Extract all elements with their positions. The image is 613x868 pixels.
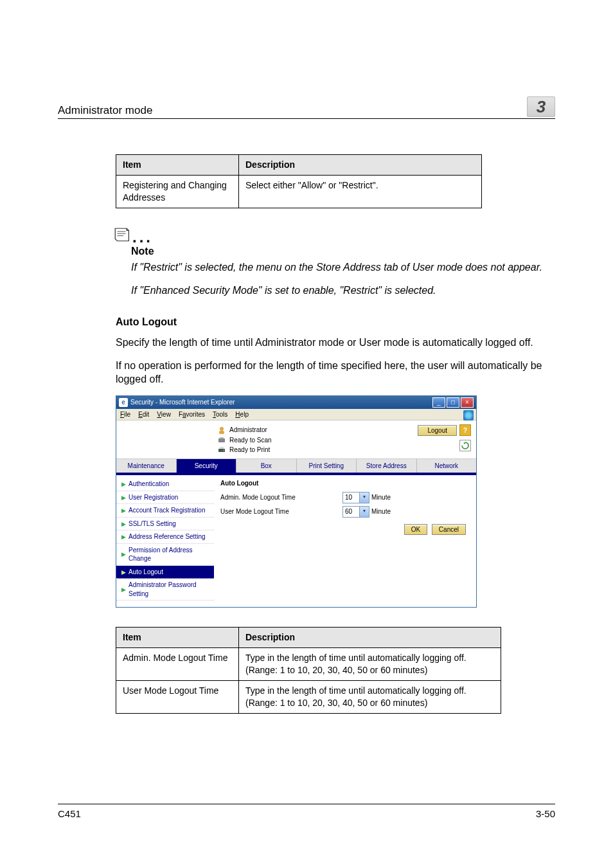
running-header: Administrator mode [58, 104, 152, 117]
chevron-down-icon: ▾ [359, 507, 369, 517]
field-label-user-logout: User Mode Logout Time [220, 507, 342, 516]
table-row: Admin. Mode Logout Time Type in the leng… [116, 648, 501, 681]
tab-security[interactable]: Security [177, 459, 237, 473]
table-row: User Mode Logout Time Type in the length… [116, 681, 501, 714]
table-row: Registering and Changing Addresses Selec… [116, 175, 482, 208]
table-header-description: Description [239, 628, 501, 648]
menu-view[interactable]: View [157, 410, 171, 419]
table-auto-logout-fields: Item Description Admin. Mode Logout Time… [116, 627, 501, 713]
role-label: Administrator [229, 426, 267, 435]
cancel-button[interactable]: Cancel [432, 524, 466, 535]
tab-store-address[interactable]: Store Address [357, 459, 417, 473]
menu-file[interactable]: File [120, 410, 130, 419]
sidebar-item-auto-logout[interactable]: ▶Auto Logout [116, 566, 214, 579]
maximize-button[interactable]: □ [447, 397, 459, 408]
sidebar-item-administrator-password-setting[interactable]: ▶Administrator Password Setting [116, 579, 214, 601]
section-heading: Auto Logout [116, 315, 555, 329]
logout-button[interactable]: Logout [418, 425, 457, 436]
tab-box[interactable]: Box [236, 459, 297, 473]
sidebar-item-address-reference-setting[interactable]: ▶Address Reference Setting [116, 530, 214, 544]
scan-status: Ready to Scan [229, 436, 272, 445]
table-header-item: Item [116, 628, 239, 648]
tab-print-setting[interactable]: Print Setting [297, 459, 357, 473]
sidebar-item-label: Account Track Registration [129, 506, 206, 515]
sidebar-item-label: Administrator Password Setting [129, 581, 210, 598]
unit-label: Minute [371, 493, 391, 502]
footer-page-number: 3-50 [536, 808, 555, 819]
triangle-right-icon: ▶ [121, 520, 126, 528]
close-button[interactable]: × [461, 397, 474, 408]
ie-page-icon: e [119, 398, 128, 407]
table-cell-desc: Select either "Allow" or "Restrict". [239, 175, 482, 208]
table-header-item: Item [116, 155, 239, 176]
sidebar-item-label: Address Reference Setting [129, 532, 206, 541]
minimize-button[interactable]: _ [432, 397, 445, 408]
table-cell-item: User Mode Logout Time [116, 681, 239, 714]
sidebar-item-label: SSL/TLS Setting [129, 520, 176, 529]
note-icon [113, 226, 130, 243]
table-cell-desc: Type in the length of time until automat… [239, 648, 501, 681]
refresh-button[interactable] [459, 440, 471, 451]
panel-heading: Auto Logout [220, 479, 470, 488]
note-heading: Note [131, 244, 555, 258]
table-header-description: Description [239, 155, 482, 176]
body-paragraph: If no operation is performed for the len… [116, 359, 555, 386]
print-status: Ready to Print [229, 446, 270, 455]
sidebar-item-user-registration[interactable]: ▶User Registration [116, 491, 214, 505]
triangle-right-icon: ▶ [121, 494, 126, 502]
select-value: 60 [343, 507, 359, 516]
table-cell-desc: Type in the length of time until automat… [239, 681, 501, 714]
menu-tools[interactable]: Tools [213, 410, 227, 419]
body-paragraph: Specify the length of time until Adminis… [116, 336, 555, 350]
triangle-right-icon: ▶ [121, 507, 126, 514]
svg-rect-2 [218, 439, 225, 442]
admin-icon [218, 426, 226, 434]
tab-network[interactable]: Network [417, 459, 477, 473]
triangle-right-icon: ▶ [121, 480, 126, 488]
menu-edit[interactable]: Edit [138, 410, 149, 419]
menu-help[interactable]: Help [235, 410, 249, 419]
svg-point-0 [220, 427, 224, 431]
scanner-icon [218, 437, 226, 444]
note-ellipsis-icon: ... [132, 234, 153, 240]
menu-bar: File Edit View Favorites Tools Help [116, 409, 476, 421]
table-registering-addresses: Item Description Registering and Changin… [116, 154, 482, 208]
admin-logout-select[interactable]: 10 ▾ [342, 492, 369, 503]
triangle-right-icon: ▶ [121, 550, 126, 558]
sidebar-item-label: Authentication [129, 480, 169, 489]
chapter-badge: 3 [527, 96, 555, 117]
sidebar-item-permission-of-address-change[interactable]: ▶Permission of Address Change [116, 544, 214, 566]
sidebar-item-account-track-registration[interactable]: ▶Account Track Registration [116, 504, 214, 518]
svg-point-6 [223, 450, 224, 451]
triangle-right-icon: ▶ [121, 533, 126, 541]
chevron-down-icon: ▾ [359, 493, 369, 503]
footer-product: C451 [58, 808, 81, 819]
sidebar-item-ssl-tls-setting[interactable]: ▶SSL/TLS Setting [116, 518, 214, 531]
unit-label: Minute [371, 507, 391, 516]
sidebar-item-label: Auto Logout [129, 568, 163, 577]
svg-rect-5 [220, 447, 224, 449]
table-cell-item: Registering and Changing Addresses [116, 175, 239, 208]
triangle-right-icon: ▶ [121, 568, 126, 576]
tab-maintenance[interactable]: Maintenance [116, 459, 177, 473]
ie-logo-icon [463, 410, 474, 420]
triangle-right-icon: ▶ [121, 586, 126, 593]
svg-rect-1 [219, 431, 224, 434]
menu-favorites[interactable]: Favorites [179, 410, 205, 419]
sidebar-item-label: Permission of Address Change [129, 546, 210, 563]
user-logout-select[interactable]: 60 ▾ [342, 506, 369, 518]
table-cell-item: Admin. Mode Logout Time [116, 648, 239, 681]
window-title: Security - Microsoft Internet Explorer [130, 398, 235, 407]
sidebar-item-label: User Registration [129, 493, 178, 502]
security-window: e Security - Microsoft Internet Explorer… [116, 395, 477, 608]
ok-button[interactable]: OK [404, 524, 427, 535]
select-value: 10 [343, 493, 359, 502]
note-text: If "Enhanced Security Mode" is set to en… [131, 284, 555, 298]
field-label-admin-logout: Admin. Mode Logout Time [220, 493, 342, 502]
printer-icon [218, 446, 226, 454]
svg-rect-3 [220, 437, 224, 439]
help-button[interactable]: ? [459, 424, 471, 436]
note-text: If "Restrict" is selected, the menu on t… [131, 260, 555, 275]
sidebar-item-authentication[interactable]: ▶Authentication [116, 478, 214, 491]
